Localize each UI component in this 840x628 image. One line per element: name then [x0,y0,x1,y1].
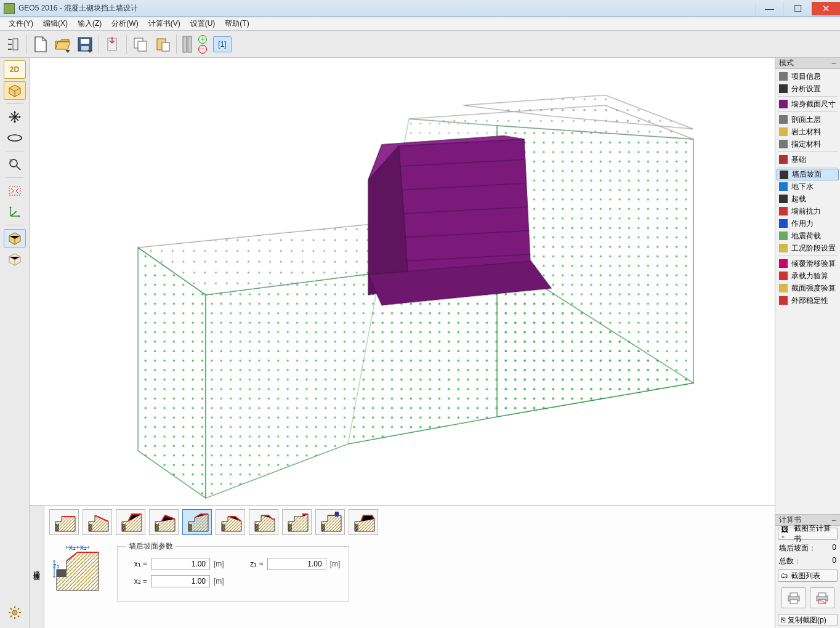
svg-rect-2 [8,49,12,50]
copy-icon[interactable] [130,33,151,56]
menu-input[interactable]: 输入(Z) [73,17,107,30]
save-file-icon[interactable] [75,33,95,56]
close-button[interactable]: ✕ [812,2,840,15]
titlebar: GEO5 2016 - 混凝土砌块挡土墙设计 — ☐ ✕ [0,0,840,17]
stage-manager-icon[interactable] [180,33,195,56]
stage-remove-icon[interactable]: − [198,45,207,54]
menu-edit[interactable]: 编辑(X) [38,17,73,30]
app-icon [4,3,15,14]
menu-analysis[interactable]: 分析(W) [107,17,143,30]
menu-help[interactable]: 帮助(T) [220,17,254,30]
menu-file[interactable]: 文件(Y) [4,17,38,30]
svg-rect-1 [8,44,12,45]
svg-rect-5 [81,39,89,44]
window-title: GEO5 2016 - 混凝土砌块挡土墙设计 [18,3,138,14]
menubar: 文件(Y) 编辑(X) 输入(Z) 分析(W) 计算书(V) 设置(U) 帮助(… [0,17,840,31]
svg-rect-11 [162,42,169,51]
menu-calcbook[interactable]: 计算书(V) [143,17,185,30]
stage-add-remove: + − [198,35,207,54]
stage-add-icon[interactable]: + [198,35,207,44]
maximize-button[interactable]: ☐ [783,2,812,15]
menu-settings[interactable]: 设置(U) [185,17,220,30]
main-toolbar: + − [1] [0,31,840,58]
svg-rect-0 [8,39,12,40]
svg-rect-3 [13,39,18,50]
svg-rect-9 [138,41,147,51]
new-file-icon[interactable] [30,33,51,56]
open-file-icon[interactable] [52,33,73,56]
svg-rect-12 [183,36,187,52]
export-icon[interactable] [102,33,123,56]
minimize-button[interactable]: — [755,2,783,15]
paste-icon[interactable] [152,33,173,56]
toggle-tree-icon[interactable] [2,33,23,56]
stage-1-button[interactable]: [1] [213,36,232,52]
svg-rect-13 [188,36,192,52]
